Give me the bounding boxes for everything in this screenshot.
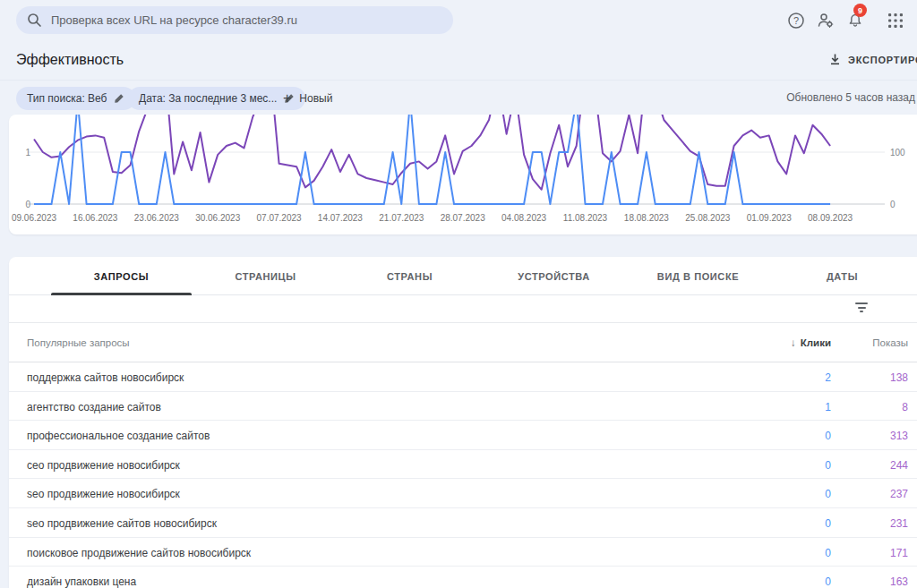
row-clicks-value: 0 [825,575,831,588]
edit-pencil-icon [114,93,124,104]
new-filter-button[interactable]: + Новый [276,87,339,110]
row-impressions-value: 231 [890,517,908,530]
svg-text:11.08.2023: 11.08.2023 [563,213,608,223]
apps-menu-button[interactable] [884,9,907,32]
tab-search-appearance[interactable]: ВИД В ПОИСКЕ [626,257,770,295]
svg-text:16.06.2023: 16.06.2023 [73,213,117,223]
svg-text:21.07.2023: 21.07.2023 [379,213,424,223]
query-text: seo продвижение новосибирск [27,488,180,500]
filter-row: Тип поиска: Веб Дата: За последние 3 мес… [0,81,917,115]
export-button[interactable]: ЭКСПОРТИРОВАТЬ [828,53,917,66]
page-header: Эффективность ЭКСПОРТИРОВАТЬ [0,40,917,81]
table-header-row: Популярные запросы ↓Клики Показы [9,323,917,362]
svg-text:14.07.2023: 14.07.2023 [318,213,363,223]
user-gear-icon [816,11,836,30]
performance-chart-card: 10100009.06.202316.06.202323.06.202330.0… [9,115,917,234]
row-impressions-value: 163 [890,575,908,588]
svg-text:100: 100 [890,148,905,158]
table-body: поддержка сайтов новосибирск2138агентств… [9,362,917,588]
dimensions-table-card: ЗАПРОСЫСТРАНИЦЫСТРАНЫУСТРОЙСТВАВИД В ПОИ… [9,257,917,588]
column-header-clicks[interactable]: ↓Клики [791,337,831,348]
svg-text:25.08.2023: 25.08.2023 [685,213,730,223]
row-clicks-value: 0 [825,547,831,559]
account-settings-button[interactable] [814,9,837,32]
svg-text:09.06.2023: 09.06.2023 [12,213,56,223]
row-impressions-value: 138 [890,371,908,384]
row-clicks-value: 0 [825,517,831,530]
query-text: профессиональное создание сайтов [27,430,210,442]
svg-text:08.09.2023: 08.09.2023 [808,213,853,223]
help-icon: ? [787,12,805,30]
svg-text:23.06.2023: 23.06.2023 [134,213,179,223]
table-row[interactable]: seo продвижение новосибирск0237 [9,479,917,508]
query-text: seo продвижение сайтов новосибирск [27,517,217,530]
tab-queries[interactable]: ЗАПРОСЫ [49,257,193,295]
svg-text:0: 0 [890,200,896,209]
svg-text:30.06.2023: 30.06.2023 [195,213,240,223]
chip-label: Тип поиска: Веб [27,92,107,105]
table-row[interactable]: профессиональное создание сайтов0313 [9,421,917,450]
clicks-impressions-chart[interactable]: 10100009.06.202316.06.202323.06.202330.0… [9,115,917,233]
search-type-filter-chip[interactable]: Тип поиска: Веб [16,87,135,110]
table-row[interactable]: seo продвижение сайтов новосибирск0231 [9,508,917,538]
svg-text:?: ? [793,15,799,26]
row-impressions-value: 244 [890,459,908,472]
page-title: Эффективность [16,52,124,68]
tab-dates[interactable]: ДАТЫ [770,257,914,295]
table-row[interactable]: сео продвижение новосибирск0244 [9,450,917,480]
row-clicks-value: 2 [825,371,831,384]
table-row[interactable]: дизайн упаковки цена0163 [9,567,917,588]
new-filter-label: Новый [299,92,332,105]
row-clicks-value: 1 [825,401,831,413]
query-text: поддержка сайтов новосибирск [27,371,184,384]
query-text: поисковое продвижение сайтов новосибирск [27,547,251,559]
download-icon [828,53,842,66]
export-label: ЭКСПОРТИРОВАТЬ [848,55,917,65]
search-input[interactable] [51,13,442,27]
help-button[interactable]: ? [784,9,808,32]
table-row[interactable]: поддержка сайтов новосибирск2138 [9,362,917,392]
svg-text:18.08.2023: 18.08.2023 [624,213,669,223]
query-text: сео продвижение новосибирск [27,459,180,472]
query-text: агентство создание сайтов [27,401,161,413]
tab-pages[interactable]: СТРАНИЦЫ [193,257,338,295]
updated-status: Обновлено 5 часов назад [786,91,915,104]
svg-text:04.08.2023: 04.08.2023 [501,213,546,223]
column-header-impressions[interactable]: Показы [872,337,908,348]
search-console-app: { "topbar": { "search_placeholder": "Про… [0,0,917,588]
clicks-line [34,115,830,204]
notifications-button[interactable]: 9 [844,9,867,32]
table-row[interactable]: поисковое продвижение сайтов новосибирск… [9,538,917,567]
svg-text:01.09.2023: 01.09.2023 [747,213,792,223]
tab-devices[interactable]: УСТРОЙСТВА [482,257,626,295]
search-icon [27,13,42,28]
row-clicks-value: 0 [825,430,831,442]
row-impressions-value: 237 [890,488,908,500]
filter-list-icon[interactable] [854,303,869,315]
plus-icon: + [283,91,291,106]
dimension-tabs: ЗАПРОСЫСТРАНИЦЫСТРАНЫУСТРОЙСТВАВИД В ПОИ… [9,257,917,295]
svg-text:07.07.2023: 07.07.2023 [257,213,302,223]
apps-grid-icon [887,13,904,29]
notification-badge: 9 [853,4,867,17]
chip-label: Дата: За последние 3 мес... [139,92,277,105]
table-row[interactable]: агентство создание сайтов18 [9,392,917,422]
row-impressions-value: 171 [890,547,908,559]
column-header-queries: Популярные запросы [27,337,130,348]
row-clicks-value: 0 [825,488,831,500]
top-bar: ? 9 [0,0,917,40]
svg-text:1: 1 [25,148,30,158]
row-impressions-value: 8 [902,401,908,413]
query-text: дизайн упаковки цена [27,575,136,588]
row-clicks-value: 0 [825,459,831,472]
row-impressions-value: 313 [890,430,908,442]
svg-text:0: 0 [25,200,30,209]
svg-text:28.07.2023: 28.07.2023 [441,213,485,223]
table-toolbar [9,295,917,323]
tab-countries[interactable]: СТРАНЫ [338,257,482,295]
url-inspection-search[interactable] [16,6,453,34]
sort-descending-icon: ↓ [791,337,796,348]
